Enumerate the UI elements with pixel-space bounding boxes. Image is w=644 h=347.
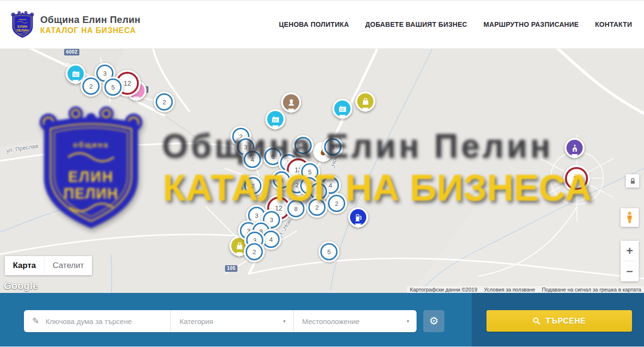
search-bar-left: ✎ Категория ▼ Местоположение ▼ ⚙: [0, 293, 472, 347]
map-pin-factory[interactable]: [265, 109, 285, 129]
map-attribution: Картографски данни ©2019 Условия за полз…: [407, 286, 644, 293]
map-cluster[interactable]: 2: [80, 76, 102, 97]
report-map-error-link[interactable]: Подаване на сигнал за грешка в картата: [542, 287, 641, 292]
google-logo[interactable]: Google: [4, 280, 38, 291]
location-select[interactable]: Местоположение ▼: [293, 310, 417, 332]
page: Община Елин Пелин КАТАЛОГ НА БИЗНЕСА ЦЕН…: [0, 0, 644, 347]
site-logo[interactable]: Община Елин Пелин КАТАЛОГ НА БИЗНЕСА: [11, 10, 141, 39]
pegman-icon: [625, 211, 634, 224]
search-icon: [532, 317, 541, 325]
map-type-satellite-button[interactable]: Сателит: [44, 256, 92, 275]
category-select[interactable]: Категория ▼: [170, 310, 293, 332]
map-pin-bag[interactable]: [355, 91, 375, 112]
map-cluster[interactable]: 5: [322, 136, 343, 157]
map-cluster[interactable]: 10: [563, 165, 590, 192]
map-cluster[interactable]: 3: [293, 135, 314, 156]
attribution-copyright: Картографски данни ©2019: [410, 287, 477, 292]
map-pin-fuel[interactable]: [348, 207, 368, 227]
header: Община Елин Пелин КАТАЛОГ НА БИЗНЕСА ЦЕН…: [0, 0, 644, 49]
terms-of-use-link[interactable]: Условия за ползване: [484, 287, 535, 292]
map-type-control: Карта Сателит: [5, 256, 92, 275]
map-cluster[interactable]: 2: [244, 241, 265, 262]
map-pin-worker[interactable]: [281, 92, 301, 112]
lock-icon: [630, 178, 636, 184]
site-title: Община Елин Пелин: [40, 14, 141, 25]
map-cluster[interactable]: 2: [154, 91, 175, 112]
zoom-out-button[interactable]: −: [621, 261, 639, 281]
nav-item-contacts[interactable]: КОНТАКТИ: [595, 21, 632, 28]
map-cluster[interactable]: 2: [326, 193, 347, 214]
map-canvas[interactable]: ул. Преславбул. „Новоселци“„Новоселци“ 6…: [0, 49, 644, 293]
lock-button[interactable]: [626, 174, 639, 188]
nav-item-pricing-policy[interactable]: ЦЕНОВА ПОЛИТИКА: [279, 21, 349, 28]
main-nav: ЦЕНОВА ПОЛИТИКА ДОБАВЕТЕ ВАШИЯТ БИЗНЕС М…: [279, 21, 632, 28]
map-cluster[interactable]: 5: [102, 77, 124, 98]
map-pin-factory[interactable]: [332, 99, 352, 119]
map-cluster[interactable]: 2: [242, 175, 263, 196]
keyword-field: ✎: [24, 310, 170, 332]
pencil-icon: ✎: [32, 316, 39, 326]
site-subtitle: КАТАЛОГ НА БИЗНЕСА: [40, 26, 141, 35]
map-cluster[interactable]: 5: [318, 241, 339, 262]
street-view-pegman-button[interactable]: [621, 208, 639, 227]
search-submit-button[interactable]: ТЪРСЕНЕ: [486, 310, 632, 332]
map-type-map-button[interactable]: Карта: [5, 256, 44, 275]
keyword-input[interactable]: [45, 317, 165, 326]
map-cluster[interactable]: 8: [285, 198, 306, 219]
search-bar: ✎ Категория ▼ Местоположение ▼ ⚙: [0, 293, 644, 347]
gear-icon: ⚙: [429, 316, 439, 326]
map-cluster[interactable]: 4: [242, 149, 263, 170]
chevron-down-icon: ▼: [406, 319, 410, 324]
zoom-in-button[interactable]: +: [621, 241, 639, 261]
chevron-down-icon: ▼: [282, 319, 286, 324]
road-label: 6002: [64, 49, 79, 56]
search-fields-group: ✎ Категория ▼ Местоположение ▼: [24, 310, 417, 332]
zoom-control: + −: [621, 241, 639, 281]
search-bar-right: ТЪРСЕНЕ: [472, 293, 644, 347]
municipality-crest-logo: [11, 10, 34, 39]
nav-item-add-your-business[interactable]: ДОБАВЕТЕ ВАШИЯТ БИЗНЕС: [365, 21, 467, 28]
advanced-settings-button[interactable]: ⚙: [423, 310, 444, 332]
brand-text: Община Елин Пелин КАТАЛОГ НА БИЗНЕСА: [40, 14, 141, 35]
search-submit-label: ТЪРСЕНЕ: [545, 317, 586, 325]
map-pin-church[interactable]: [565, 138, 585, 158]
location-select-value: Местоположение: [302, 317, 360, 325]
category-select-value: Категория: [180, 317, 213, 325]
map-cluster[interactable]: 2: [306, 197, 328, 218]
nav-item-route-schedule[interactable]: МАРШРУТНО РАЗПИСАНИЕ: [484, 21, 579, 28]
road-label: 105: [225, 265, 237, 272]
